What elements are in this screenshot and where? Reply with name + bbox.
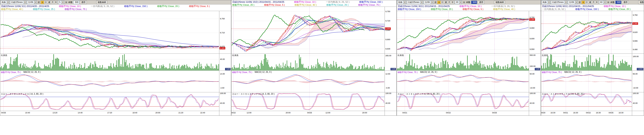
symbol-select[interactable]: 日経225mini▼ [407, 1, 423, 4]
indicator-label: 移動平均( Close, 150 ) [359, 0, 382, 4]
period-button-min[interactable]: 分 [437, 1, 441, 4]
stochastics-chart-section-axis: 100.0040.00 [632, 92, 644, 111]
contract-month-select[interactable]: 11/06▼ [568, 1, 578, 4]
axis-corner [632, 111, 644, 116]
volume-chart-section-axis: 550.00150.00×100 [529, 54, 541, 70]
axis-corner [529, 111, 541, 116]
indicator-label: 移動平均( Close, 10 ) [460, 5, 482, 8]
macd-section-label-row: 移動平均( Close, 75 )MACD( 12, 26, 9 ) [232, 71, 272, 74]
chevron-down-icon: ▼ [459, 1, 462, 4]
instrument-type-select[interactable]: 先物▼ [397, 1, 406, 4]
multi-symbol-button[interactable]: 複数銘柄 [96, 1, 107, 4]
time-axis-label: 04/25 [1, 112, 6, 114]
macd-chart-canvas[interactable] [541, 71, 632, 92]
stochastics-chart-section: スロー・ストキャスティクス( 14, 3, 80, 20 )100.0040.0… [0, 92, 231, 111]
volume-chart-canvas[interactable] [232, 54, 384, 70]
bar-type-label: 足 [434, 1, 436, 4]
chevron-down-icon: ▼ [61, 1, 64, 4]
period-button-min[interactable]: 分 [582, 1, 585, 4]
price-chart-canvas[interactable] [0, 11, 219, 54]
stochastics-chart-section-plot: スロー・ストキャスティクス( 14, 3, 80, 20 ) [541, 92, 632, 111]
time-axis-label: 16:30 [550, 112, 555, 114]
chevron-down-icon: ▼ [403, 1, 406, 4]
chevron-down-icon: ▼ [603, 1, 606, 4]
bar-count-input[interactable]: 500 [74, 1, 79, 4]
period-button-month[interactable]: 月 [51, 1, 54, 4]
period-button-day[interactable]: 日 [585, 1, 588, 4]
time-axis-label: 04/25 [307, 112, 312, 114]
period-button-year[interactable]: 年 [595, 1, 598, 4]
time-axis-row: 04/2510:4013:2014:4017:2018:4020:0021:20… [0, 111, 231, 116]
stochastics-chart-section-axis: 100.0040.00 [219, 92, 231, 111]
period-button-week[interactable]: 週 [444, 1, 448, 4]
chart-body: 9,7509,7109,6709,665出来高40.00×100移動平均( Cl… [0, 11, 231, 116]
indicator-label: 一目均衡表( 9, 26, 52 ) [326, 0, 349, 4]
interval-select[interactable]: 60▼ [599, 1, 606, 4]
stochastics-chart-section-plot: スロー・ストキャスティクス( 14, 3, 80, 20 ) [232, 92, 384, 111]
minute-unit-label: 分 [65, 1, 67, 4]
period-button-day[interactable]: 日 [44, 1, 48, 4]
symbol-select[interactable]: 日経225mini▼ [551, 1, 568, 4]
price-chart-section: 9,7509,7109,6709,665 [0, 11, 231, 54]
contract-month-select[interactable]: 11/06▼ [27, 1, 37, 4]
instrument-type-select[interactable]: 先物▼ [542, 1, 550, 4]
period-button-min[interactable]: 分 [40, 1, 44, 4]
period-button-week[interactable]: 週 [588, 1, 592, 4]
volume-chart-section-plot: 出来高 [541, 54, 632, 70]
period-button-year[interactable]: 年 [451, 1, 454, 4]
time-axis-label: 12:00 [326, 112, 330, 114]
time-axis: 04/2212:0020:0004/2512:0020:00 [232, 111, 384, 116]
current-price-badge: 9,685 [632, 22, 638, 25]
bar-count-input[interactable]: 500 [471, 1, 477, 4]
symbol-select[interactable]: 日経225mini▼ [10, 1, 26, 4]
interval-select[interactable]: 5▼ [58, 1, 64, 4]
indicator-label: 移動平均( Close, 10 ) [604, 5, 626, 8]
apply-button[interactable]: 適用 [478, 1, 484, 4]
bar-count-label: 本数 [610, 1, 614, 4]
period-segment: 分日週月年 [438, 1, 454, 4]
contract-month-select-value: 11/06 [569, 1, 575, 4]
period-segment: 分日週月年 [41, 1, 58, 4]
price-chart-section: 9,7509,7209,6909,6609,6309,695 [232, 6, 396, 54]
price-chart-canvas[interactable] [397, 11, 529, 54]
macd-chart-section: 移動平均( Close, 75 )MACD( 12, 26, 9 )14.00-… [0, 70, 231, 92]
price-chart-canvas[interactable] [541, 11, 632, 54]
chart-title: 日経225mini 11/06( 30分) 2011/04/15 - 2011/… [398, 5, 450, 8]
macd-chart-canvas[interactable] [232, 71, 384, 92]
stochastics-chart-section: スロー・ストキャスティクス( 14, 3, 80, 20 )100.0040.0… [232, 92, 396, 111]
macd-ma-label: 移動平均( Close, 75 ) [232, 71, 252, 74]
indicator-label: 移動平均( Close, 5 ) [264, 4, 285, 6]
stochastics-chart-section: スロー・ストキャスティクス( 14, 3, 80, 20 )100.0040.0… [397, 92, 541, 111]
macd-chart-canvas[interactable] [397, 71, 529, 92]
instrument-type-select[interactable]: 先物▼ [1, 1, 10, 4]
contract-month-select[interactable]: 11/06▼ [424, 1, 434, 4]
apply-button[interactable]: 適用 [622, 1, 629, 4]
period-button-month[interactable]: 月 [447, 1, 451, 4]
volume-chart-canvas[interactable] [541, 54, 632, 70]
period-button-day[interactable]: 日 [440, 1, 444, 4]
price-axis-label: 9,600 [530, 38, 534, 40]
volume-section-label-row: 出来高 [542, 54, 548, 57]
macd-axis-label: -2.50 [220, 87, 224, 89]
period-button-month[interactable]: 月 [592, 1, 595, 4]
time-axis: 04/2016:3004/2116:3004/2216:3004/2516:30 [541, 111, 632, 116]
time-axis-row: 04/2104/2204/25 [397, 111, 541, 116]
interval-select[interactable]: 30▼ [455, 1, 462, 4]
price-chart-canvas[interactable] [232, 7, 384, 54]
bar-count-input[interactable]: 500 [615, 1, 621, 4]
volume-chart-section: 出来高40.00×100 [0, 54, 231, 70]
period-button-week[interactable]: 週 [47, 1, 51, 4]
period-button-year[interactable]: 年 [54, 1, 58, 4]
multi-symbol-button[interactable]: 複数銘柄 [494, 1, 505, 4]
indicator-label: 移動平均( Close, 10 ) [59, 5, 81, 8]
chevron-down-icon: ▼ [24, 1, 26, 4]
volume-chart-canvas[interactable] [397, 54, 529, 70]
stochastics-section-label-row: スロー・ストキャスティクス( 14, 3, 80, 20 ) [232, 92, 274, 96]
interval-select-value: 60 [600, 1, 603, 4]
volume-chart-canvas[interactable] [0, 54, 219, 70]
volume-section-label: 出来高 [398, 54, 404, 57]
multi-symbol-button[interactable]: 複数銘柄 [638, 1, 644, 4]
macd-chart-canvas[interactable] [0, 71, 219, 92]
apply-button[interactable]: 適用 [80, 1, 87, 4]
interval-select-value: 5 [59, 1, 61, 4]
